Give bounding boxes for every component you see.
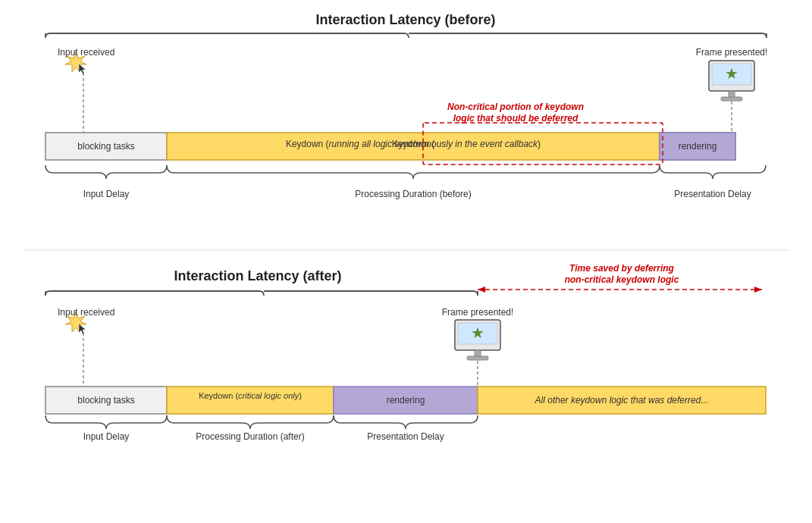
starburst-after bbox=[65, 312, 86, 334]
svg-marker-19 bbox=[79, 324, 86, 334]
svg-marker-2 bbox=[65, 52, 86, 72]
monitor-before: ★ bbox=[709, 61, 754, 101]
svg-rect-24 bbox=[475, 350, 481, 356]
input-received-after-label: Input received bbox=[58, 307, 114, 318]
input-delay-label-after: Input Delay bbox=[83, 431, 130, 442]
frame-presented-after-label: Frame presented! bbox=[442, 307, 514, 318]
rendering-bar-after bbox=[334, 387, 478, 414]
starburst-before bbox=[65, 52, 86, 74]
svg-rect-12 bbox=[660, 133, 735, 160]
processing-duration-brace-before bbox=[167, 165, 660, 179]
keydown-label-before: Keydown ( bbox=[392, 139, 435, 149]
blocking-tasks-bar-after bbox=[45, 387, 167, 414]
svg-rect-25 bbox=[467, 356, 488, 360]
deferred-label-after: All other keydown logic that was deferre… bbox=[535, 395, 709, 406]
arrow-right-head bbox=[754, 287, 762, 293]
input-delay-brace-after bbox=[45, 415, 167, 429]
blocking-tasks-label-before: blocking tasks bbox=[77, 141, 134, 152]
keydown-bar-before bbox=[167, 133, 660, 160]
presentation-delay-brace-before bbox=[660, 165, 766, 179]
input-delay-label-before: Input Delay bbox=[83, 189, 130, 199]
svg-marker-18 bbox=[65, 312, 86, 332]
presentation-delay-brace-after bbox=[334, 415, 478, 429]
svg-rect-9 bbox=[721, 97, 742, 101]
diagram-svg: Interaction Latency (before) Input recei… bbox=[0, 0, 812, 523]
svg-text:rendering: rendering bbox=[679, 141, 717, 152]
blocking-tasks-label-after: blocking tasks bbox=[77, 395, 134, 406]
diagram-container: Interaction Latency (before) Input recei… bbox=[0, 0, 812, 523]
keydown-bar-after bbox=[167, 387, 334, 414]
svg-rect-21 bbox=[455, 320, 500, 350]
rendering-bar-before bbox=[660, 133, 735, 160]
red-annotation-before: Non-critical portion of keydown bbox=[447, 102, 584, 112]
svg-rect-6 bbox=[712, 64, 751, 85]
presentation-delay-label-after: Presentation Delay bbox=[367, 431, 444, 442]
svg-text:★: ★ bbox=[725, 65, 738, 82]
frame-presented-before-label: Frame presented! bbox=[696, 47, 768, 58]
svg-rect-8 bbox=[729, 91, 735, 97]
svg-text:★: ★ bbox=[471, 324, 484, 341]
red-annotation-before-2: logic that should be deferred bbox=[453, 113, 578, 124]
time-saved-label-2: non-critical keydown logic bbox=[565, 274, 679, 285]
rendering-label-after: rendering bbox=[387, 395, 425, 406]
time-saved-label: Time saved by deferring bbox=[569, 263, 675, 274]
svg-text:Keydown (running all logic syn: Keydown (running all logic synchronously… bbox=[286, 139, 541, 149]
monitor-after: ★ bbox=[455, 320, 500, 360]
after-title: Interaction Latency (after) bbox=[174, 268, 341, 283]
deferred-bar-after bbox=[478, 387, 766, 414]
processing-duration-brace-after bbox=[167, 415, 334, 429]
svg-rect-5 bbox=[709, 61, 754, 91]
processing-duration-label-before: Processing Duration (before) bbox=[355, 189, 471, 199]
rendering-label-before: rendering bbox=[679, 141, 717, 152]
input-received-before-label: Input received bbox=[58, 47, 114, 58]
input-delay-brace-before bbox=[45, 165, 167, 179]
arrow-left-head bbox=[478, 287, 485, 293]
red-dashed-box-before bbox=[423, 123, 663, 164]
processing-duration-label-after: Processing Duration (after) bbox=[196, 431, 304, 442]
svg-rect-22 bbox=[458, 323, 497, 344]
presentation-delay-label-before: Presentation Delay bbox=[674, 189, 751, 199]
blocking-tasks-bar-before bbox=[45, 133, 167, 160]
svg-marker-3 bbox=[79, 64, 86, 74]
before-title: Interaction Latency (before) bbox=[315, 12, 495, 27]
svg-text:Keydown (critical logic only): Keydown (critical logic only) bbox=[199, 391, 302, 400]
